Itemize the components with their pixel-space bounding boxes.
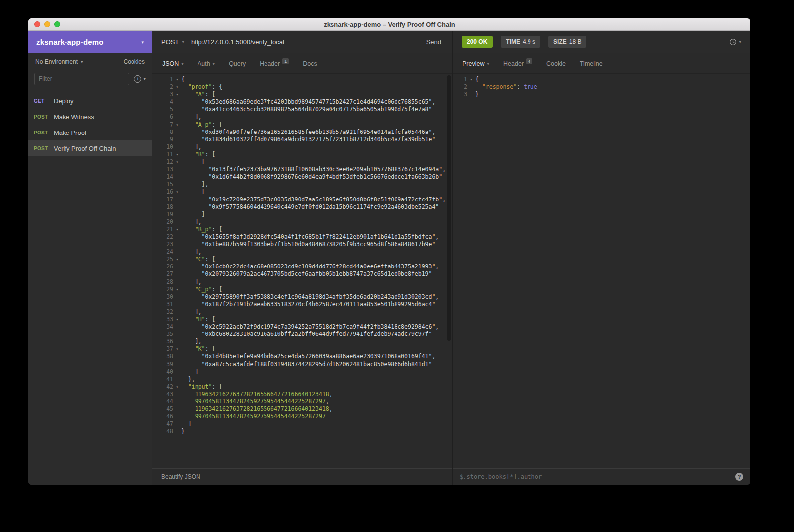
request-item-deploy[interactable]: GET Deploy <box>28 93 152 109</box>
tab-response-header[interactable]: Header 4 <box>496 53 539 73</box>
line-number: 44 <box>152 398 173 405</box>
url-input[interactable]: http://127.0.0.1:5000/verify_local <box>191 38 424 46</box>
fold-arrow-icon[interactable]: ▾ <box>173 188 181 196</box>
beautify-json-button[interactable]: Beautify JSON <box>161 473 200 480</box>
token-k: "input" <box>188 383 212 390</box>
sidebar-filter-input[interactable] <box>34 73 129 85</box>
fold-arrow-icon[interactable]: ▾ <box>173 256 181 263</box>
token-ws <box>181 241 202 248</box>
code-text: "0xd30f4a90f7efe736a1652616585fee6b138b5… <box>181 129 435 136</box>
request-item-make-witness[interactable]: POST Make Witness <box>28 109 152 125</box>
fold-gutter <box>173 143 181 151</box>
fold-arrow-icon[interactable]: ▾ <box>173 316 181 323</box>
request-name: Make Witness <box>54 113 94 121</box>
fold-arrow-icon[interactable]: ▾ <box>173 286 181 293</box>
tab-cookie[interactable]: Cookie <box>539 53 573 73</box>
line-number: 2 <box>453 83 467 91</box>
code-text: ], <box>181 278 202 286</box>
token-p: ], <box>195 218 202 225</box>
zoom-window-button[interactable] <box>54 21 60 27</box>
token-ws <box>181 420 188 427</box>
code-line: 21▾ "B_p": [ <box>152 226 452 233</box>
line-number: 31 <box>152 301 173 308</box>
line-number: 48 <box>152 428 173 435</box>
token-p: ] <box>195 368 198 375</box>
code-text: "H": [ <box>181 316 215 323</box>
fold-gutter <box>173 166 181 173</box>
environment-selector[interactable]: No Environment ▾ <box>35 58 124 65</box>
tab-header[interactable]: Header 1 <box>253 53 296 73</box>
tab-query[interactable]: Query <box>222 53 253 73</box>
size-badge: SIZE18 B <box>548 36 586 48</box>
line-number: 8 <box>152 129 173 136</box>
cookies-button[interactable]: Cookies <box>124 58 145 65</box>
code-text: "0x2079326079a2ac4673705bd5cef6aafbb05b1… <box>181 270 432 278</box>
code-line: 41 }, <box>152 376 452 383</box>
tab-auth[interactable]: Auth ▾ <box>191 53 222 73</box>
tab-preview[interactable]: Preview ▾ <box>456 53 496 73</box>
method-dropdown[interactable]: POST ▾ <box>161 38 184 46</box>
chevron-down-icon: ▾ <box>143 76 146 81</box>
scrollbar-thumb[interactable] <box>447 75 451 341</box>
fold-arrow-icon[interactable]: ▾ <box>173 83 181 91</box>
fold-gutter <box>173 129 181 136</box>
line-number: 42 <box>152 383 173 391</box>
code-text: ], <box>181 338 202 345</box>
token-ws <box>181 136 202 143</box>
request-name: Make Proof <box>54 129 86 136</box>
code-text: ] <box>181 368 198 376</box>
line-number: 43 <box>152 391 173 398</box>
tab-docs[interactable]: Docs <box>296 53 324 73</box>
token-p: { <box>475 76 479 83</box>
close-window-button[interactable] <box>34 21 40 27</box>
tab-timeline[interactable]: Timeline <box>573 53 610 73</box>
minimize-window-button[interactable] <box>44 21 50 27</box>
request-item-make-proof[interactable]: POST Make Proof <box>28 125 152 140</box>
workspace-dropdown[interactable]: zksnark-app-demo ▾ <box>28 31 152 53</box>
code-text: "0x16cb0c22dc4ac68e085023cd9c109d4dd776f… <box>181 263 439 270</box>
code-line: 35 "0xbc680228310ac916a610bff2a2bff0644d… <box>152 331 452 338</box>
tab-label: Cookie <box>546 60 566 67</box>
token-ws <box>181 293 202 300</box>
response-history-dropdown[interactable]: ▾ <box>729 38 741 46</box>
token-p: : [ <box>212 383 222 390</box>
token-p: , <box>435 263 439 270</box>
fold-arrow-icon[interactable]: ▾ <box>173 345 181 353</box>
fold-arrow-icon[interactable]: ▾ <box>173 151 181 158</box>
size-value: 18 B <box>569 38 582 45</box>
tab-body-json[interactable]: JSON ▾ <box>155 53 191 73</box>
code-text: "0x15655f8af3d2928dfc540a4f1fc685b1f7f82… <box>181 233 439 241</box>
code-text: "0x13f37fe52373ba97673188f10608ab330c3ee… <box>181 166 446 173</box>
token-p: [ <box>202 158 205 165</box>
code-line: 26 "0x16cb0c22dc4ac68e085023cd9c109d4dd7… <box>152 263 452 270</box>
fold-arrow-icon[interactable]: ▾ <box>173 121 181 129</box>
method-badge: POST <box>34 130 54 135</box>
code-line: 28 ], <box>152 278 452 286</box>
token-ws <box>181 345 195 352</box>
fold-arrow-icon[interactable]: ▾ <box>173 76 181 83</box>
request-item-verify-proof-off-chain[interactable]: POST Verify Proof Off Chain <box>28 140 152 156</box>
fold-arrow-icon[interactable]: ▾ <box>173 383 181 391</box>
line-number: 21 <box>152 226 173 233</box>
code-text: 119634216276372821655664772166640123418, <box>181 391 332 398</box>
response-filter-input[interactable] <box>460 473 730 480</box>
code-line: 12▾ [ <box>152 158 452 166</box>
token-ws <box>181 91 195 98</box>
fold-arrow-icon[interactable]: ▾ <box>173 91 181 98</box>
help-icon[interactable]: ? <box>735 473 743 481</box>
create-request-dropdown[interactable]: + ▾ <box>134 75 146 83</box>
line-number: 11 <box>152 151 173 158</box>
fold-arrow-icon[interactable]: ▾ <box>467 76 475 83</box>
response-body-viewer[interactable]: 1▾{2 "response": true3} <box>453 74 750 468</box>
token-p: , <box>432 98 435 105</box>
token-ws <box>181 368 195 375</box>
line-number: 26 <box>152 263 173 270</box>
tab-label: Auth <box>198 60 210 67</box>
request-body-editor[interactable]: 1▾{2▾ "proof": {3▾ "A": [4 "0x53ed686aa6… <box>152 74 452 468</box>
fold-arrow-icon[interactable]: ▾ <box>173 158 181 166</box>
send-button[interactable]: Send <box>424 35 443 49</box>
code-text: ], <box>181 248 202 256</box>
fold-arrow-icon[interactable]: ▾ <box>173 226 181 233</box>
method-label: POST <box>161 38 179 46</box>
environment-label: No Environment <box>35 58 78 65</box>
